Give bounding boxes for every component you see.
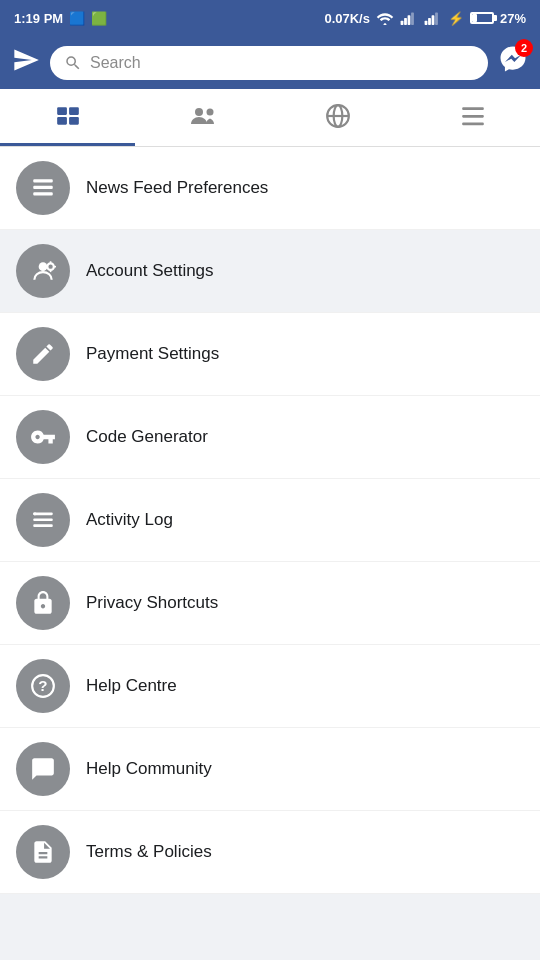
battery-container bbox=[470, 12, 494, 24]
svg-rect-2 bbox=[408, 15, 411, 25]
code-generator-label: Code Generator bbox=[86, 427, 208, 447]
svg-rect-18 bbox=[462, 115, 484, 118]
list-item[interactable]: Privacy Shortcuts bbox=[0, 562, 540, 645]
messenger-button[interactable]: 2 bbox=[498, 44, 528, 81]
wifi-icon bbox=[376, 11, 394, 25]
svg-rect-22 bbox=[33, 192, 53, 195]
svg-point-13 bbox=[206, 109, 213, 116]
activity-log-label: Activity Log bbox=[86, 510, 173, 530]
messenger-badge: 2 bbox=[515, 39, 533, 57]
help-community-label: Help Community bbox=[86, 759, 212, 779]
list-item[interactable]: Code Generator bbox=[0, 396, 540, 479]
svg-point-24 bbox=[47, 263, 54, 270]
list-item[interactable]: Terms & Policies bbox=[0, 811, 540, 894]
home-icon bbox=[55, 103, 81, 129]
help-centre-icon-circle: ? bbox=[16, 659, 70, 713]
news-feed-icon-circle bbox=[16, 161, 70, 215]
list-item[interactable]: News Feed Preferences bbox=[0, 147, 540, 230]
tab-bar bbox=[0, 89, 540, 147]
terms-policies-icon-circle bbox=[16, 825, 70, 879]
payment-settings-icon-circle bbox=[16, 327, 70, 381]
search-icon bbox=[64, 54, 82, 72]
tab-globe[interactable] bbox=[270, 89, 405, 146]
app-icon-1: 🟦 bbox=[69, 11, 85, 26]
list-item[interactable]: ? Help Centre bbox=[0, 645, 540, 728]
svg-rect-5 bbox=[428, 18, 431, 25]
svg-rect-6 bbox=[432, 15, 435, 25]
tab-friends[interactable] bbox=[135, 89, 270, 146]
help-community-icon-circle bbox=[16, 742, 70, 796]
svg-rect-32 bbox=[33, 512, 36, 515]
svg-rect-19 bbox=[462, 123, 484, 126]
svg-text:?: ? bbox=[38, 677, 47, 694]
svg-rect-7 bbox=[435, 12, 438, 25]
search-placeholder: Search bbox=[90, 54, 141, 72]
news-feed-label: News Feed Preferences bbox=[86, 178, 268, 198]
tab-menu[interactable] bbox=[405, 89, 540, 146]
svg-rect-9 bbox=[69, 107, 79, 115]
menu-icon bbox=[460, 103, 486, 129]
tab-home[interactable] bbox=[0, 89, 135, 146]
menu-list: News Feed Preferences Account Settings P… bbox=[0, 147, 540, 894]
svg-rect-4 bbox=[425, 21, 428, 25]
status-right: 0.07K/s ⚡ 27% bbox=[324, 11, 526, 26]
status-left: 1:19 PM 🟦 🟩 bbox=[14, 11, 107, 26]
svg-rect-1 bbox=[404, 18, 407, 25]
code-generator-icon-circle bbox=[16, 410, 70, 464]
svg-rect-8 bbox=[57, 107, 67, 115]
battery-icon bbox=[470, 12, 494, 24]
privacy-shortcuts-icon-circle bbox=[16, 576, 70, 630]
svg-rect-21 bbox=[33, 186, 53, 189]
svg-rect-20 bbox=[33, 179, 53, 182]
network-speed: 0.07K/s bbox=[324, 11, 370, 26]
privacy-shortcuts-label: Privacy Shortcuts bbox=[86, 593, 218, 613]
status-time: 1:19 PM bbox=[14, 11, 63, 26]
svg-rect-30 bbox=[33, 518, 53, 521]
app-header: Search 2 bbox=[0, 36, 540, 89]
svg-rect-17 bbox=[462, 107, 484, 110]
svg-point-12 bbox=[195, 108, 203, 116]
svg-rect-0 bbox=[401, 21, 404, 25]
search-bar[interactable]: Search bbox=[50, 46, 488, 80]
svg-rect-31 bbox=[33, 524, 53, 527]
friends-icon bbox=[189, 103, 217, 129]
svg-rect-10 bbox=[57, 117, 67, 125]
svg-rect-11 bbox=[69, 117, 79, 125]
send-icon[interactable] bbox=[12, 46, 40, 80]
signal-icon-2 bbox=[424, 11, 442, 25]
list-item[interactable]: Account Settings bbox=[0, 230, 540, 313]
app-icon-2: 🟩 bbox=[91, 11, 107, 26]
globe-icon bbox=[325, 103, 351, 129]
charge-icon: ⚡ bbox=[448, 11, 464, 26]
list-item[interactable]: Payment Settings bbox=[0, 313, 540, 396]
activity-log-icon-circle bbox=[16, 493, 70, 547]
terms-policies-label: Terms & Policies bbox=[86, 842, 212, 862]
list-item[interactable]: Help Community bbox=[0, 728, 540, 811]
account-settings-label: Account Settings bbox=[86, 261, 214, 281]
svg-rect-3 bbox=[411, 12, 414, 25]
list-item[interactable]: Activity Log bbox=[0, 479, 540, 562]
battery-percent: 27% bbox=[500, 11, 526, 26]
help-centre-label: Help Centre bbox=[86, 676, 177, 696]
signal-icon bbox=[400, 11, 418, 25]
status-bar: 1:19 PM 🟦 🟩 0.07K/s ⚡ 27% bbox=[0, 0, 540, 36]
payment-settings-label: Payment Settings bbox=[86, 344, 219, 364]
account-settings-icon-circle bbox=[16, 244, 70, 298]
